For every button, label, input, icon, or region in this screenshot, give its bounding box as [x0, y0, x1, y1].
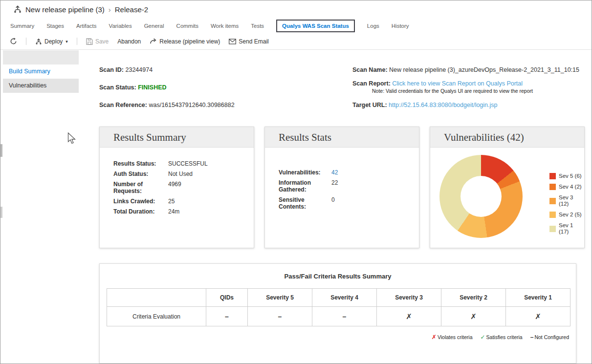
scan-report-link[interactable]: Click here to view Scan Report on Qualys…: [392, 80, 523, 87]
legend-label: Sev 1 (17): [559, 222, 584, 235]
tab-qualys-was-scan-status[interactable]: Qualys WAS Scan Status: [276, 20, 355, 32]
passfail-legend: ✗ Violates criteria ✓ Satisfies criteria…: [432, 334, 569, 341]
dash-icon: –: [530, 334, 534, 341]
tab-summary[interactable]: Summary: [10, 23, 34, 29]
kv-value: 0: [331, 196, 335, 210]
kv-value: 25: [168, 198, 175, 205]
scan-id-value: 23244974: [126, 66, 153, 73]
vulnerabilities-card-title: Vulnerabilities (42): [430, 127, 584, 148]
kv-value: SUCCESSFUL: [168, 160, 208, 167]
stat-value-link[interactable]: 42: [331, 169, 338, 176]
release-pipeline-view-button[interactable]: Release (pipeline view): [150, 38, 220, 45]
deploy-label: Deploy: [44, 38, 63, 45]
sidebar-item-vulnerabilities[interactable]: Vulnerabilities: [3, 79, 79, 93]
vulnerabilities-donut-chart[interactable]: [439, 155, 523, 238]
criteria-cell-severity-4: –: [312, 307, 377, 326]
results-stats-title: Results Stats: [265, 127, 419, 148]
tab-commits[interactable]: Commits: [176, 23, 198, 29]
tab-general[interactable]: General: [144, 23, 164, 29]
tab-stages[interactable]: Stages: [46, 23, 64, 29]
scan-name-value: New release pipeline (3)_azureDevOps_Rel…: [389, 66, 579, 73]
send-email-button[interactable]: Send Email: [229, 38, 268, 45]
kv-value: Not Used: [168, 171, 193, 177]
abandon-button[interactable]: Abandon: [117, 38, 141, 45]
toolbar-divider: [26, 38, 26, 45]
criteria-cell-severity-5: –: [248, 307, 312, 326]
scan-id-label: Scan ID:: [99, 66, 124, 73]
kv-label: Results Status:: [113, 160, 168, 167]
refresh-button[interactable]: [10, 38, 17, 45]
scan-reference-label: Scan Reference:: [99, 102, 147, 108]
scan-status-value: FINISHED: [138, 84, 166, 91]
tab-bar: Summary Stages Artifacts Variables Gener…: [10, 19, 409, 33]
scan-report-label: Scan Report:: [352, 80, 391, 87]
column-header-severity-2: Severity 2: [441, 289, 506, 307]
kv-row: Information Gathered: 22: [279, 179, 419, 193]
tab-variables[interactable]: Variables: [109, 23, 132, 29]
kv-value: 24m: [168, 208, 179, 215]
toolbar: Deploy ▾ Save Abandon Release (pipeline …: [0, 33, 592, 50]
scan-name-label: Scan Name:: [352, 66, 388, 73]
tab-history[interactable]: History: [392, 23, 409, 29]
breadcrumb-pipeline[interactable]: New release pipeline (3): [25, 5, 105, 14]
tab-work-items[interactable]: Work items: [211, 23, 239, 29]
legend-item: Sev 3 (12): [549, 194, 584, 207]
kv-row: Auth Status: Not Used: [113, 171, 254, 177]
sidebar-spacer: [3, 50, 79, 64]
target-url-link[interactable]: http://52.15.64.83:8080/bodgeit/login.js…: [389, 102, 497, 108]
table-row: Criteria Evaluation – – – ✗ ✗ ✗: [107, 307, 570, 326]
save-icon: [86, 38, 93, 45]
refresh-icon: [10, 38, 17, 45]
kv-label: Auth Status:: [113, 171, 168, 177]
results-stats-body: Vulnerabilities: 42 Information Gathered…: [265, 148, 419, 210]
sidebar-item-build-summary[interactable]: Build Summary: [3, 64, 79, 79]
scan-info-right: Scan Name: New release pipeline (3)_azur…: [352, 66, 579, 115]
scan-report-row: Scan Report: Click here to view Scan Rep…: [352, 80, 579, 87]
column-header-severity-4: Severity 4: [312, 289, 377, 307]
release-view-label: Release (pipeline view): [159, 38, 220, 45]
column-header-severity-5: Severity 5: [248, 289, 312, 307]
chevron-down-icon: ▾: [66, 39, 68, 44]
scan-name-row: Scan Name: New release pipeline (3)_azur…: [352, 66, 579, 74]
release-pipeline-icon: [13, 5, 22, 14]
save-button[interactable]: Save: [86, 38, 109, 45]
legend-label: Sev 2 (5): [559, 212, 582, 218]
deploy-button[interactable]: Deploy ▾: [35, 38, 68, 45]
legend-not-configured-label: Not Configured: [534, 334, 569, 340]
kv-label: Links Crawled:: [113, 198, 168, 205]
scan-reference-value: was/1615437912640.30986882: [149, 102, 234, 108]
scan-status-row: Scan Status: FINISHED: [99, 84, 235, 91]
breadcrumb-separator: ›: [108, 5, 111, 14]
sidebar: Build Summary Vulnerabilities: [3, 50, 79, 93]
save-label: Save: [95, 38, 109, 45]
scan-report-note: Note: Valid credentials for the Qualys U…: [372, 88, 579, 94]
legend-violates: ✗ Violates criteria: [432, 334, 473, 341]
table-header-row: QIDs Severity 5 Severity 4 Severity 3 Se…: [107, 289, 570, 307]
toolbar-divider: [77, 38, 77, 45]
left-rail-tick: [0, 207, 2, 218]
kv-value: 22: [331, 179, 338, 193]
legend-violates-label: Violates criteria: [438, 334, 473, 340]
tab-logs[interactable]: Logs: [367, 23, 379, 29]
cards-row: Results Summary Results Status: SUCCESSF…: [99, 127, 585, 248]
criteria-cell-qids: –: [206, 307, 248, 326]
column-header-severity-1: Severity 1: [506, 289, 570, 307]
legend-satisfies: ✓ Satisfies criteria: [481, 334, 523, 341]
tab-tests[interactable]: Tests: [251, 23, 264, 29]
legend-label: Sev 3 (12): [559, 194, 584, 207]
legend-swatch: [549, 184, 556, 190]
legend-swatch: [549, 173, 556, 179]
main-content: Scan ID: 23244974 Scan Status: FINISHED …: [90, 50, 592, 364]
legend-item: Sev 5 (6): [549, 173, 584, 179]
legend-not-configured: – Not Configured: [530, 334, 569, 341]
legend-label: Sev 5 (6): [559, 173, 582, 179]
vulnerabilities-card: Vulnerabilities (42) Sev 5 (6) Sev 4 (2): [430, 127, 585, 248]
results-stats-card: Results Stats Vulnerabilities: 42 Inform…: [264, 127, 419, 248]
breadcrumb: New release pipeline (3) › Release-2: [13, 5, 148, 14]
kv-label: Information Gathered:: [279, 179, 331, 193]
kv-row: Number of Requests: 4969: [113, 181, 254, 194]
legend-item: Sev 4 (2): [549, 184, 584, 190]
tab-artifacts[interactable]: Artifacts: [76, 23, 97, 29]
column-header-qids: QIDs: [206, 289, 248, 307]
breadcrumb-release: Release-2: [115, 5, 148, 14]
